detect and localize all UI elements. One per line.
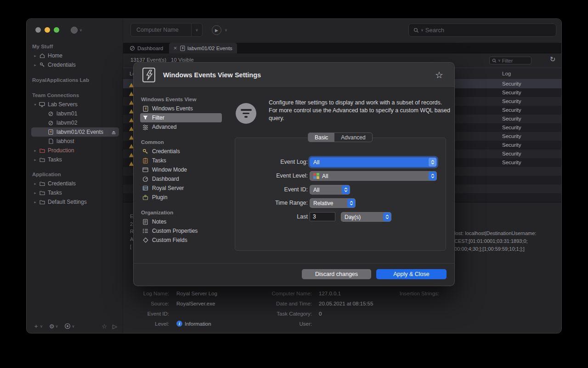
nav-item-windows-events[interactable]: Windows Events [140, 104, 222, 113]
tab-dashboard[interactable]: Dashboard [125, 43, 168, 53]
disconnected-icon [47, 111, 55, 116]
computer-name-button[interactable]: Computer Name ∨ [130, 23, 203, 37]
user-menu[interactable]: ∨ [71, 27, 82, 34]
sidebar-tree: My Stuff ▸ Home ▸ Credentials RoyalAppli… [31, 42, 119, 207]
discard-changes-button[interactable]: Discard changes [302, 269, 371, 279]
server-icon [142, 185, 149, 191]
event-log-select[interactable]: All [310, 157, 437, 167]
nav-header-windows-events-view: Windows Events View [140, 95, 222, 104]
sidebar-item-app-credentials[interactable]: ▸ Credentials [31, 179, 119, 188]
stepper-icon [429, 158, 436, 167]
sidebar-item-tasks[interactable]: ▸ Tasks [31, 155, 119, 164]
folder-icon [38, 148, 46, 153]
event-id-select[interactable]: All [310, 185, 350, 195]
sidebar-item-credentials[interactable]: ▸ Credentials [31, 60, 119, 69]
chevron-down-icon[interactable]: ∨ [191, 23, 202, 36]
sidebar-item-lab-servers[interactable]: ▾ Lab Servers [31, 100, 119, 109]
close-window-button[interactable] [35, 27, 41, 33]
filter-scope-chevron[interactable]: ∨ [498, 58, 501, 63]
nav-item-filter[interactable]: Filter [140, 113, 222, 122]
nav-item-advanced[interactable]: Advanced [140, 122, 222, 132]
last-unit-select[interactable]: Day(s) [341, 212, 391, 222]
sidebar-header-application: Application [31, 170, 119, 179]
last-value-input[interactable] [310, 212, 335, 221]
settings-button[interactable]: ⚙∨ [49, 323, 58, 330]
task-category-value: 0 [319, 311, 322, 316]
connect-play-button[interactable]: ▶ [212, 25, 221, 35]
search-icon [413, 28, 419, 33]
zoom-window-button[interactable] [54, 27, 59, 33]
nav-item-dashboard[interactable]: Dashboard [140, 174, 222, 184]
sidebar-item-labvm01[interactable]: labvm01 [31, 109, 119, 118]
refresh-button[interactable]: ↻ [548, 55, 557, 64]
notes-icon [142, 219, 149, 225]
user-label: User: [261, 321, 312, 327]
event-level-label: Event Level: [235, 172, 308, 179]
source-value: RoyalServer.exe [176, 301, 215, 306]
sidebar-item-labhost[interactable]: labhost [31, 137, 119, 146]
date-time-label: Date and Time: [261, 301, 312, 306]
minimize-window-button[interactable] [45, 27, 50, 33]
sidebar-item-app-tasks[interactable]: ▸ Tasks [31, 188, 119, 197]
windows-events-icon [141, 67, 158, 83]
folder-icon [38, 181, 46, 186]
sidebar-item-home[interactable]: ▸ Home [31, 51, 119, 60]
tab-advanced[interactable]: Advanced [334, 133, 372, 142]
nav-item-window-mode[interactable]: Window Mode [140, 165, 222, 174]
chevron-right-icon: ▸ [32, 63, 38, 67]
time-range-select[interactable]: Relative [310, 198, 356, 208]
user-avatar-icon [71, 27, 78, 34]
sidebar-item-labvm02[interactable]: labvm02 [31, 118, 119, 127]
dialog-nav: Windows Events View Windows Events Filte… [140, 95, 222, 245]
event-id-label: Event ID: [128, 311, 169, 316]
tag-icon [142, 237, 149, 243]
filter-placeholder: Filter [502, 58, 513, 63]
connections-button[interactable]: ∨ [64, 323, 74, 329]
insertion-strings-label: Insertion Strings: [380, 291, 439, 296]
event-level-select[interactable]: All [310, 171, 437, 181]
computer-name-value: 127.0.0.1 [319, 291, 341, 296]
time-range-label: Time Range: [235, 200, 308, 206]
level-value: i Information [176, 321, 211, 327]
nav-item-credentials[interactable]: Credentials [140, 147, 222, 156]
sidebar-item-labvm0102-events[interactable]: labvm01/02 Events [31, 127, 119, 137]
levels-icon [313, 173, 319, 179]
window-icon [142, 167, 149, 172]
gauge-icon [142, 176, 149, 182]
sidebar-item-default-settings[interactable]: ▸ Default Settings [31, 197, 119, 207]
clipboard-icon [142, 158, 149, 164]
search-placeholder: Search [425, 27, 444, 34]
chevron-down-icon: ∨ [79, 28, 82, 32]
sidebar-item-production[interactable]: ▸ Production [31, 146, 119, 155]
folder-icon [38, 157, 46, 162]
log-name-label: Log Name: [128, 291, 169, 296]
apply-close-button[interactable]: Apply & Close [376, 269, 447, 279]
tab-labvm0102-events[interactable]: × labvm01/02 Events [169, 43, 237, 53]
dashboard-icon [130, 46, 135, 51]
nav-item-tasks[interactable]: Tasks [140, 156, 222, 165]
nav-item-custom-fields[interactable]: Custom Fields [140, 236, 222, 245]
nav-item-notes[interactable]: Notes [140, 217, 222, 226]
date-time-value: 20.05.2021 at 08:15:55 [319, 301, 373, 306]
add-button[interactable]: ＋∨ [33, 322, 43, 330]
nav-item-plugin[interactable]: Plugin [140, 193, 222, 202]
connect-options-chevron[interactable]: ∨ [225, 28, 227, 32]
filter-icon [142, 115, 149, 121]
filter-description: Configure filter settings to display and… [269, 99, 451, 122]
basic-advanced-tabs: Basic Advanced [308, 132, 373, 142]
close-tab-icon[interactable]: × [174, 45, 177, 52]
filter-input[interactable]: ∨ Filter [489, 57, 531, 64]
nav-item-custom-properties[interactable]: Custom Properties [140, 226, 222, 236]
sidebar-header-my-stuff: My Stuff [31, 42, 119, 51]
nav-item-royal-server[interactable]: Royal Server [140, 184, 222, 193]
tab-basic[interactable]: Basic [308, 133, 334, 142]
favorites-star-button[interactable]: ☆ [102, 323, 107, 330]
favorite-star-icon[interactable]: ☆ [435, 69, 443, 80]
eject-icon[interactable] [111, 130, 116, 135]
column-log[interactable]: Log [502, 71, 511, 76]
search-input[interactable]: ∨ Search [408, 23, 556, 37]
filter-form-group: Event Log: All Event Level: All Event ID… [235, 138, 446, 251]
run-button[interactable]: ▷ [113, 323, 117, 330]
search-scope-chevron[interactable]: ∨ [421, 28, 424, 32]
stepper-icon [383, 213, 391, 221]
